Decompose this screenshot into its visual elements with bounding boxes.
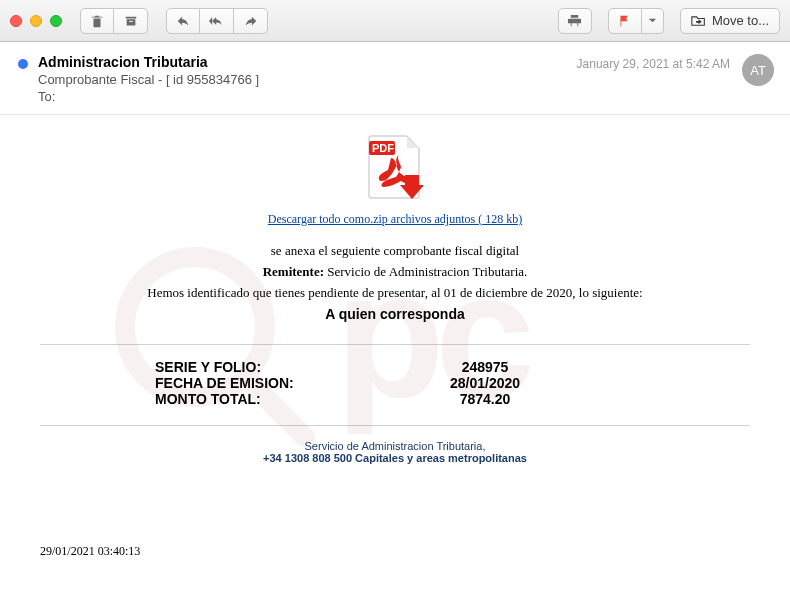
- reply-button[interactable]: [166, 8, 200, 34]
- unread-indicator: [18, 59, 28, 69]
- footer-phone: +34 1308 808 500 Capitales y areas metro…: [40, 452, 750, 464]
- flag-button[interactable]: [608, 8, 642, 34]
- avatar: AT: [742, 54, 774, 86]
- to-line: To:: [38, 89, 772, 104]
- archive-button[interactable]: [114, 8, 148, 34]
- flag-icon: [618, 14, 631, 27]
- flag-dropdown-button[interactable]: [642, 8, 664, 34]
- fecha-label: FECHA DE EMISION:: [155, 375, 405, 391]
- reply-icon: [176, 14, 190, 28]
- row-serie-folio: SERIE Y FOLIO: 248975: [155, 359, 635, 375]
- pdf-attachment-icon[interactable]: PDF: [367, 135, 423, 201]
- svg-rect-5: [405, 175, 419, 185]
- divider-bottom: [40, 425, 750, 426]
- body-line-attachment: se anexa el seguiente comprobante fiscal…: [40, 241, 750, 262]
- body-line-pending: Hemos identificado que tienes pendiente …: [40, 283, 750, 304]
- window-toolbar: Move to...: [0, 0, 790, 42]
- row-monto: MONTO TOTAL: 7874.20: [155, 391, 635, 407]
- to-label: To:: [38, 89, 55, 104]
- traffic-lights: [10, 15, 62, 27]
- chevron-down-icon: [648, 16, 657, 25]
- print-button[interactable]: [558, 8, 592, 34]
- svg-text:PDF: PDF: [372, 142, 394, 154]
- body-line-remitente: Remitente: Servicio de Administracion Tr…: [40, 262, 750, 283]
- forward-icon: [244, 14, 258, 28]
- reply-forward-group: [166, 8, 268, 34]
- subject-line: Comprobante Fiscal - [ id 955834766 ]: [38, 72, 772, 87]
- reply-all-button[interactable]: [200, 8, 234, 34]
- delete-button[interactable]: [80, 8, 114, 34]
- reply-all-icon: [209, 14, 225, 28]
- message-header: Administracion Tributaria Comprobante Fi…: [0, 42, 790, 115]
- move-to-button[interactable]: Move to...: [680, 8, 780, 34]
- printer-icon: [567, 13, 582, 28]
- move-to-label: Move to...: [712, 13, 769, 28]
- move-icon: [691, 14, 706, 28]
- monto-label: MONTO TOTAL:: [155, 391, 405, 407]
- zoom-window-button[interactable]: [50, 15, 62, 27]
- footer-org: Servicio de Administracion Tributaria,: [40, 440, 750, 452]
- detail-table: SERIE Y FOLIO: 248975 FECHA DE EMISION: …: [155, 359, 635, 407]
- archive-icon: [124, 14, 138, 28]
- footer-block: Servicio de Administracion Tributaria, +…: [40, 440, 750, 464]
- trash-icon: [90, 14, 104, 28]
- addressee-line: A quien corresponda: [40, 303, 750, 325]
- fecha-value: 28/01/2020: [405, 375, 565, 391]
- forward-button[interactable]: [234, 8, 268, 34]
- minimize-window-button[interactable]: [30, 15, 42, 27]
- monto-value: 7874.20: [405, 391, 565, 407]
- close-window-button[interactable]: [10, 15, 22, 27]
- download-link[interactable]: Descargar todo como.zip archivos adjunto…: [268, 212, 522, 226]
- delete-archive-group: [80, 8, 148, 34]
- row-fecha: FECHA DE EMISION: 28/01/2020: [155, 375, 635, 391]
- message-date: January 29, 2021 at 5:42 AM: [577, 57, 730, 71]
- serie-folio-label: SERIE Y FOLIO:: [155, 359, 405, 375]
- message-timestamp: 29/01/2021 03:40:13: [40, 544, 750, 559]
- flag-group: [608, 8, 664, 34]
- serie-folio-value: 248975: [405, 359, 565, 375]
- message-body: pc PDF Descargar todo como.zip archivos …: [0, 115, 790, 579]
- divider-top: [40, 344, 750, 345]
